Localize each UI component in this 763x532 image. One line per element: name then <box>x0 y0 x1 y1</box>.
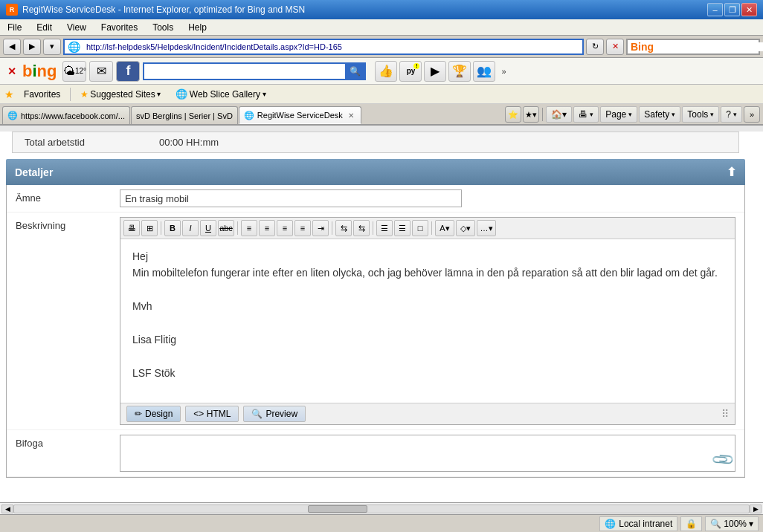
menu-tools[interactable]: Tools <box>149 21 176 34</box>
content-area: Total arbetstid 00:00 HH:mm Detaljer ⬆ <box>0 126 763 514</box>
detaljer-collapse-icon[interactable]: ⬆ <box>727 165 736 179</box>
rte-highlight-btn[interactable]: ◇▾ <box>456 220 475 236</box>
stop-button[interactable]: ✕ <box>606 39 624 55</box>
rte-aligncenter-btn[interactable]: ≡ <box>259 220 275 236</box>
rte-rtl-btn[interactable]: ⇆ <box>353 220 370 236</box>
shield-icon: 🔒 <box>686 519 697 529</box>
tab-facebook-label: https://www.facebook.com/... <box>21 111 125 120</box>
rte-strike-btn[interactable]: abc <box>218 220 234 236</box>
bifoga-input[interactable]: 📎 <box>120 435 735 472</box>
favorites-center-button[interactable]: ⭐ <box>505 106 521 123</box>
people-button[interactable]: 👥 <box>473 61 495 82</box>
rte-fontcolor-btn[interactable]: A▾ <box>435 220 454 236</box>
minimize-button[interactable]: – <box>707 3 723 16</box>
rte-design-tab[interactable]: ✏ Design <box>126 406 181 422</box>
rte-border-btn[interactable]: □ <box>412 220 428 236</box>
rte-line1: Hej <box>132 248 723 265</box>
rte-justify-btn[interactable]: ≡ <box>294 220 311 236</box>
menu-file[interactable]: File <box>4 21 25 34</box>
bing-search-input[interactable] <box>657 42 763 51</box>
commandbar: ⭐ ★▾ 🏠▾ 🖶▾ Page ▾ Safety ▾ Tools ▾ ? ▾ » <box>502 106 763 124</box>
safety-button[interactable]: Safety ▾ <box>639 106 680 123</box>
menu-edit[interactable]: Edit <box>33 21 55 34</box>
page-wrapper[interactable]: Total arbetstid 00:00 HH:mm Detaljer ⬆ <box>0 126 763 502</box>
bingbar-search-button[interactable]: 🔍 <box>345 63 364 80</box>
rte-line6: Lisa Flitig <box>132 331 723 348</box>
rte-preview-tab[interactable]: 🔍 Preview <box>243 406 306 422</box>
rte-alignleft-btn[interactable]: ≡ <box>241 220 257 236</box>
rte-ul-btn[interactable]: ☰ <box>376 220 393 236</box>
restore-button[interactable]: ❐ <box>724 3 740 16</box>
detaljer-title: Detaljer <box>15 166 53 178</box>
status-zoom[interactable]: 🔍 100% ▾ <box>705 516 759 531</box>
hscroll-thumb[interactable] <box>308 505 367 513</box>
refresh-button[interactable]: ↻ <box>586 39 604 55</box>
rte-alignright-btn[interactable]: ≡ <box>277 220 293 236</box>
rte-resize-handle[interactable]: ⠿ <box>721 408 729 420</box>
tab-svd[interactable]: svD Berglins | Serier | SvD <box>131 106 238 124</box>
facebook-icon[interactable]: f <box>116 61 140 82</box>
amne-input[interactable] <box>120 189 462 207</box>
menu-help[interactable]: Help <box>185 21 210 34</box>
hscroll-left-btn[interactable]: ◀ <box>1 505 13 513</box>
trophy-button[interactable]: 🏆 <box>448 61 471 82</box>
rte-html-tab[interactable]: <> HTML <box>185 406 239 422</box>
horizontal-scrollbar[interactable]: ◀ ▶ <box>0 502 763 514</box>
tab-facebook[interactable]: 🌐 https://www.facebook.com/... <box>2 106 130 124</box>
favorites-button[interactable]: Favorites <box>19 87 65 102</box>
bingbar-actions: 👍 py! ▶ 🏆 👥 <box>375 61 495 82</box>
titlebar-buttons: – ❐ ✕ <box>707 3 757 16</box>
expand-button[interactable]: » <box>744 106 760 123</box>
rte-table-btn[interactable]: ⊞ <box>141 220 158 236</box>
tools-button[interactable]: Tools ▾ <box>682 106 719 123</box>
page-bottom-padding <box>0 478 763 502</box>
help-button[interactable]: ? ▾ <box>721 106 742 123</box>
tab-facebook-icon: 🌐 <box>7 111 18 120</box>
hscroll-right-btn[interactable]: ▶ <box>750 505 762 513</box>
hscroll-track[interactable] <box>13 505 750 513</box>
bingbar-more-button[interactable]: » <box>501 67 506 76</box>
tab-regitwise-close[interactable]: ✕ <box>346 110 356 120</box>
rte-print-btn[interactable]: 🖶 <box>123 220 140 236</box>
suggested-dropdown-icon[interactable]: ▾ <box>157 90 161 98</box>
forward-button[interactable]: ▶ <box>23 39 41 55</box>
close-button[interactable]: ✕ <box>741 3 757 16</box>
rte-indent-btn[interactable]: ⇥ <box>312 220 329 236</box>
rte-design-label: Design <box>145 409 173 419</box>
bingbar-close[interactable]: ✕ <box>4 65 19 77</box>
dropdown-button[interactable]: ▾ <box>43 39 61 55</box>
beskrivning-label: Beskrivning <box>16 217 120 231</box>
rte-more-btn[interactable]: …▾ <box>477 220 496 236</box>
web-slice-dropdown-icon[interactable]: ▾ <box>263 90 266 98</box>
address-input[interactable] <box>83 42 582 51</box>
play-button[interactable]: ▶ <box>424 61 446 82</box>
suggested-sites-button[interactable]: ★ Suggested Sites ▾ <box>75 87 165 102</box>
menu-favorites[interactable]: Favorites <box>98 21 141 34</box>
email-icon[interactable]: ✉ <box>89 61 113 82</box>
rte-ol-btn[interactable]: ☰ <box>394 220 411 236</box>
rte-bold-btn[interactable]: B <box>164 220 181 236</box>
menu-view[interactable]: View <box>64 21 89 34</box>
tab-regitwise[interactable]: 🌐 RegitWise ServiceDesk ✕ <box>239 106 361 124</box>
web-slice-gallery-button[interactable]: 🌐 Web Slice Gallery ▾ <box>170 86 271 102</box>
rte-ltr-btn[interactable]: ⇆ <box>335 220 352 236</box>
py-button[interactable]: py! <box>399 61 422 82</box>
menubar: File Edit View Favorites Tools Help <box>0 19 763 36</box>
back-button[interactable]: ◀ <box>3 39 21 55</box>
home-button[interactable]: 🏠▾ <box>546 106 572 123</box>
add-favorites-button[interactable]: ★▾ <box>523 106 539 123</box>
rte-italic-btn[interactable]: I <box>182 220 199 236</box>
rte-underline-btn[interactable]: U <box>200 220 216 236</box>
print-button[interactable]: 🖶▾ <box>573 106 599 123</box>
page-button[interactable]: Page ▾ <box>600 106 637 123</box>
weather-icon[interactable]: 🌤 12° <box>62 61 86 82</box>
favorites-label: Favorites <box>24 89 60 100</box>
thumbsup-button[interactable]: 👍 <box>375 61 397 82</box>
bing-logo[interactable]: bing <box>22 62 57 81</box>
zoom-dropdown-icon[interactable]: ▾ <box>749 519 753 529</box>
bingbar-search-input[interactable] <box>144 66 345 77</box>
arbetstid-value: 00:00 HH:mm <box>159 137 219 148</box>
page-content: Total arbetstid 00:00 HH:mm Detaljer ⬆ <box>0 132 763 502</box>
rte-content[interactable]: Hej Min mobiltelefon fungerar inte efter… <box>120 239 735 403</box>
zoom-label: 100% <box>724 519 747 529</box>
